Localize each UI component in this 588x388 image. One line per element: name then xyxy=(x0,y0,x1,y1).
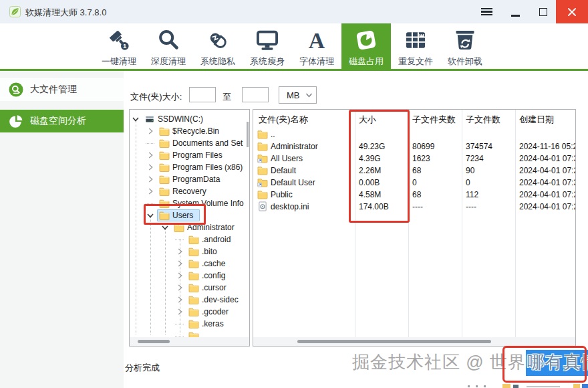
tree-node-ProgramData[interactable]: ProgramData xyxy=(130,173,249,185)
toolbar-item-font-clean[interactable]: A 字体清理 xyxy=(292,23,341,69)
folder-link-icon xyxy=(257,177,268,187)
chevron-open-icon[interactable] xyxy=(146,211,155,220)
folder-icon xyxy=(188,271,199,280)
tree-guide-stub xyxy=(175,336,184,336)
column-header-subfolders[interactable]: 子文件夹数 xyxy=(412,114,456,126)
toolbar-item-disk-usage[interactable]: 磁盘占用 xyxy=(341,23,391,69)
bottom-edge-fragment xyxy=(484,385,486,387)
tree-node-label: SSDWIN(C:) xyxy=(158,114,203,124)
cell-size: 0.00B xyxy=(359,178,380,187)
tree-node-.android[interactable]: .android xyxy=(130,233,249,246)
tree-node-SSDWIN(C:)[interactable]: SSDWIN(C:) xyxy=(130,113,249,125)
chevron-closed-icon[interactable] xyxy=(146,187,155,196)
tree-node-.cache[interactable]: .cache xyxy=(130,258,249,270)
cell-size: 2.26M xyxy=(359,166,381,175)
drive-icon xyxy=(144,114,155,124)
file-ini-icon xyxy=(257,201,268,211)
table-row-Administrator[interactable]: Administrator 49.23G 80699 374574 2024-1… xyxy=(253,140,575,153)
tree-vertical-scrollbar[interactable] xyxy=(247,122,249,147)
tree-node-label: .cursor xyxy=(202,283,227,292)
folder-icon xyxy=(188,295,199,304)
chevron-closed-icon[interactable] xyxy=(175,307,184,316)
menu-button[interactable] xyxy=(474,0,498,23)
table-row-..[interactable]: .. xyxy=(253,128,575,140)
folder-icon xyxy=(188,259,199,268)
tree-node-label: .config xyxy=(202,271,225,280)
sidebar-item-disk-space-analysis[interactable]: 磁盘空间分析 xyxy=(0,110,124,132)
toolbar-item-label: 系统隐私 xyxy=(200,57,235,66)
chevron-closed-icon[interactable] xyxy=(146,175,155,184)
table-row-desktop.ini[interactable]: desktop.ini 174.00B ---- ---- 2024-04-01… xyxy=(253,201,575,213)
maximize-button[interactable] xyxy=(531,0,556,23)
toolbar-item-deep-clean[interactable]: 深度清理 xyxy=(144,23,193,69)
tree-guide-stub xyxy=(146,143,154,144)
tree-hscroll-thumb[interactable] xyxy=(138,340,170,343)
table-hscroll-thumb[interactable] xyxy=(297,340,491,343)
chevron-closed-icon[interactable] xyxy=(175,295,184,304)
hamburger-icon xyxy=(481,8,492,16)
toolbar-item-label: 重复文件 xyxy=(398,57,433,66)
sidebar-item-big-file-manager[interactable]: 大文件管理 xyxy=(0,78,124,101)
watermark-text: 掘金技术社区 @ 世界 xyxy=(352,352,526,372)
pill-icon xyxy=(206,28,230,55)
chevron-open-icon[interactable] xyxy=(160,223,170,232)
tree-node-.cursor[interactable]: .cursor xyxy=(130,282,249,294)
sidebar-item-label: 磁盘空间分析 xyxy=(30,115,86,127)
table-row-All Users[interactable]: All Users 4.39G 1623 7234 2024-04-01 07:… xyxy=(253,153,575,165)
column-header-created[interactable]: 创建日期 xyxy=(519,114,554,126)
minimize-icon xyxy=(511,15,520,16)
table-row-Default[interactable]: Default 2.26M 68 90 2024-04-01 07:21 xyxy=(253,165,575,177)
minimize-button[interactable] xyxy=(502,0,528,23)
table-row-Public[interactable]: Public 4.58M 68 112 2024-04-01 07:26 xyxy=(253,189,575,201)
unit-select[interactable]: MB xyxy=(279,86,317,104)
tree-node-Administrator[interactable]: Administrator xyxy=(130,221,249,233)
tree-node-$Recycle.Bin[interactable]: $Recycle.Bin xyxy=(130,125,249,137)
close-button[interactable] xyxy=(556,0,588,23)
tree-node-label: Users xyxy=(172,211,193,220)
cell-subfolders: 1623 xyxy=(412,154,430,163)
size-min-input[interactable] xyxy=(189,87,216,102)
tree-node-System Volume Info[interactable]: System Volume Info xyxy=(130,197,249,209)
tree-node-Documents and Set[interactable]: Documents and Set xyxy=(130,137,249,149)
chevron-closed-icon[interactable] xyxy=(146,163,155,172)
chevron-closed-icon[interactable] xyxy=(175,271,184,280)
chevron-closed-icon[interactable] xyxy=(175,247,184,256)
toolbar-item-duplicate-files[interactable]: 重复文件 xyxy=(391,23,440,69)
tree-node-.dev-sidec[interactable]: .dev-sidec xyxy=(130,294,249,306)
toolbar-item-label: 深度清理 xyxy=(151,57,186,66)
chevron-closed-icon[interactable] xyxy=(146,126,155,136)
tree-node-.config[interactable]: .config xyxy=(130,270,249,282)
table-row-Default User[interactable]: Default User 0.00B 0 0 2024-04-01 07:33 xyxy=(253,177,575,189)
tree-node-Users[interactable]: Users xyxy=(130,209,249,221)
tree-node-.keras[interactable]: .keras xyxy=(130,318,249,330)
chevron-closed-icon[interactable] xyxy=(146,151,155,160)
bottom-edge-fragment xyxy=(476,385,478,387)
chevron-closed-icon[interactable] xyxy=(175,283,184,292)
folder-icon xyxy=(188,283,199,292)
tree-node-Program Files (x86)[interactable]: Program Files (x86) xyxy=(130,161,249,173)
cell-created: 2024-04-01 07:26 xyxy=(519,190,576,199)
toolbar-item-one-click-clean[interactable]: 1 一键清理 xyxy=(94,23,144,69)
column-header-subfiles[interactable]: 子文件数 xyxy=(466,114,500,126)
folder-icon xyxy=(159,151,170,160)
status-text: 分析完成 xyxy=(125,362,160,374)
toolbar-item-system-privacy[interactable]: 系统隐私 xyxy=(193,23,243,69)
toolbar-item-system-slim[interactable]: 系统瘦身 xyxy=(243,23,292,69)
tree-node-Program Files[interactable]: Program Files xyxy=(130,149,249,161)
tree-node-.gcoder[interactable]: .gcoder xyxy=(130,306,249,318)
column-header-name[interactable]: 文件(夹)名称 xyxy=(259,114,308,126)
tree-horizontal-scrollbar[interactable] xyxy=(130,337,249,346)
tree-node-Recovery[interactable]: Recovery xyxy=(130,185,249,197)
column-header-size[interactable]: 大小 xyxy=(359,114,376,126)
table-horizontal-scrollbar[interactable] xyxy=(253,337,575,346)
close-icon xyxy=(567,7,577,17)
bottom-edge-fragment xyxy=(502,384,510,388)
tree-node-label: $Recycle.Bin xyxy=(172,126,219,136)
tree-node-label: System Volume Info xyxy=(172,199,244,208)
tree-node-.bito[interactable]: .bito xyxy=(130,246,249,258)
chevron-open-icon[interactable] xyxy=(131,114,140,124)
toolbar-item-software-uninstall[interactable]: 软件卸载 xyxy=(440,23,490,69)
cell-name: .. xyxy=(271,130,275,139)
chevron-closed-icon[interactable] xyxy=(175,259,184,268)
size-max-input[interactable] xyxy=(242,87,269,102)
